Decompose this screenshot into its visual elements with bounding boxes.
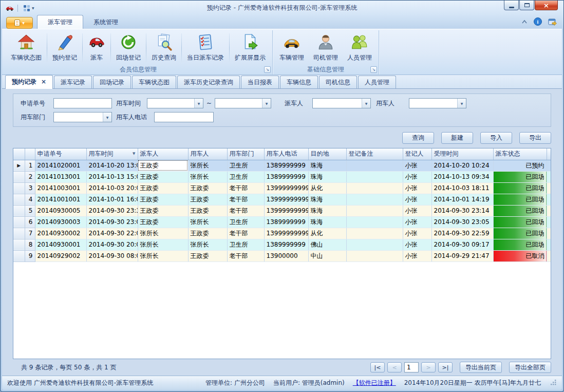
grid-cell-status[interactable]: 已取消	[493, 250, 547, 262]
grid-cell-accept-time[interactable]: 2014-09-30 23:14	[431, 205, 493, 216]
grid-cell-status[interactable]: 已回场	[493, 205, 547, 216]
chevron-down-icon[interactable]: ▼	[362, 99, 370, 108]
grid-cell-destination[interactable]: 珠海	[308, 194, 346, 205]
row-indicator[interactable]	[13, 228, 25, 239]
grid-cell-destination[interactable]: 佛山	[308, 239, 346, 250]
header-use-time[interactable]: 用车时间▼	[86, 148, 138, 160]
prev-page-button[interactable]: <	[387, 362, 402, 372]
grid-cell-remark[interactable]	[346, 194, 403, 205]
table-row[interactable]: 9201409290022014-09-30 08:00张所长王政委老干部139…	[13, 250, 551, 262]
grid-cell-order-no[interactable]: 20141013001	[35, 171, 86, 182]
grid-cell-phone[interactable]: 13999999999	[264, 228, 308, 239]
grid-cell-department[interactable]: 卫生所	[227, 171, 264, 182]
tab-today-report[interactable]: 当日报表	[241, 76, 279, 88]
grid-cell-status[interactable]: 已回场	[493, 228, 547, 239]
row-number[interactable]: 2	[25, 171, 35, 182]
row-indicator[interactable]	[13, 216, 25, 228]
table-row[interactable]: 7201409300022014-09-30 22:00张所长王政委老干部139…	[13, 228, 551, 239]
application-menu-button[interactable]: ▼	[6, 17, 33, 29]
grid-cell-order-no[interactable]: 20140930001	[35, 239, 86, 250]
grid-cell-destination[interactable]: 珠海	[308, 171, 346, 182]
grid-cell-remark[interactable]	[346, 205, 403, 216]
grid-cell-use-time[interactable]: 2014-09-30 23:00	[86, 216, 138, 228]
page-number-input[interactable]	[404, 362, 419, 372]
grid-cell-phone[interactable]: 13900000	[264, 250, 308, 262]
tab-vehicle-status-map[interactable]: 车辆状态图	[132, 76, 176, 88]
header-phone[interactable]: 用车人电话	[264, 148, 308, 160]
grid-cell-status[interactable]: 已回场	[493, 182, 547, 194]
ribbon-button-driver-management[interactable]: 司机管理	[309, 31, 343, 65]
table-row[interactable]: 6201409300032014-09-30 23:00王政委张所长卫生所138…	[13, 216, 551, 228]
grid-cell-department[interactable]: 老干部	[227, 194, 264, 205]
header-destination[interactable]: 目的地	[308, 148, 346, 160]
grid-cell-order-no[interactable]: 20140930003	[35, 216, 86, 228]
request-no-input[interactable]	[53, 98, 112, 108]
grid-cell-use-time[interactable]: 2014-09-30 22:00	[86, 228, 138, 239]
grid-cell-use-time[interactable]: 2014-09-30 08:00	[86, 250, 138, 262]
grid-cell-registrar[interactable]: 小张	[403, 160, 431, 171]
grid-cell-user[interactable]: 王政委	[188, 194, 227, 205]
quick-access-toolbar-button[interactable]: ▼	[21, 4, 36, 13]
ribbon-tab-dispatch[interactable]: 派车管理	[37, 15, 83, 29]
row-indicator[interactable]	[13, 250, 25, 262]
grid-cell-user[interactable]: 王政委	[188, 205, 227, 216]
grid-cell-dispatcher[interactable]: 王政委	[138, 205, 188, 216]
table-row[interactable]: 5201409300052014-09-30 23:30王政委王政委老干部139…	[13, 205, 551, 216]
grid-cell-order-no[interactable]: 20140929002	[35, 250, 86, 262]
grid-cell-destination[interactable]: 珠海	[308, 160, 346, 171]
grid-cell-phone[interactable]: 13999999999	[264, 182, 308, 194]
row-number[interactable]: 6	[25, 216, 35, 228]
grid-cell-order-no[interactable]: 20141001001	[35, 194, 86, 205]
import-button[interactable]: 导入	[480, 132, 512, 144]
close-icon[interactable]: ×	[41, 78, 46, 85]
export-all-pages-button[interactable]: 导出全部页	[509, 362, 551, 373]
grid-cell-use-time[interactable]: 2014-10-01 16:00	[86, 194, 138, 205]
grid-cell-user[interactable]: 张所长	[188, 239, 227, 250]
grid-cell-dispatcher[interactable]: 张所长	[138, 250, 188, 262]
tab-return-records[interactable]: 回场记录	[93, 76, 131, 88]
header-accept-time[interactable]: 受理时间	[431, 148, 493, 160]
grid-cell-registrar[interactable]: 小张	[403, 182, 431, 194]
dialog-launcher-icon[interactable]: ↘	[264, 66, 271, 73]
grid-cell-dispatcher[interactable]: 王政委	[138, 160, 188, 171]
next-page-button[interactable]: >	[421, 362, 436, 372]
row-indicator[interactable]	[13, 205, 25, 216]
grid-cell-dispatcher[interactable]: 王政委	[138, 216, 188, 228]
grid-cell-user[interactable]: 王政委	[188, 182, 227, 194]
grid-cell-destination[interactable]: 中山	[308, 250, 346, 262]
ribbon-tab-system[interactable]: 系统管理	[83, 15, 128, 29]
grid-cell-registrar[interactable]: 小张	[403, 171, 431, 182]
maximize-button[interactable]	[519, 1, 534, 10]
row-indicator[interactable]	[13, 182, 25, 194]
grid-cell-accept-time[interactable]: 2014-10-03 18:11	[431, 182, 493, 194]
ribbon-button-dispatch[interactable]: 派车	[83, 31, 110, 65]
query-button[interactable]: 查询	[402, 132, 434, 144]
grid-cell-dispatcher[interactable]: 张所长	[138, 239, 188, 250]
dialog-launcher-icon[interactable]: ↘	[370, 66, 377, 73]
grid-cell-dispatcher[interactable]: 王政委	[138, 182, 188, 194]
grid-cell-dispatcher[interactable]: 王政委	[138, 194, 188, 205]
grid-cell-registrar[interactable]: 小张	[403, 205, 431, 216]
grid-cell-registrar[interactable]: 小张	[403, 228, 431, 239]
row-indicator[interactable]: ▶	[13, 160, 25, 171]
header-registrar[interactable]: 登记人	[403, 148, 431, 160]
grid-cell-user[interactable]: 张所长	[188, 160, 227, 171]
ribbon-button-vehicle-status-map[interactable]: 车辆状态图	[6, 31, 46, 65]
grid-cell-phone[interactable]: 1389999999	[264, 160, 308, 171]
grid-cell-use-time[interactable]: 2014-10-20 13:00	[86, 160, 138, 171]
grid-cell-accept-time[interactable]: 2014-10-13 09:34	[431, 171, 493, 182]
grid-cell-destination[interactable]: 从化	[308, 182, 346, 194]
header-order-no[interactable]: 申请单号	[35, 148, 86, 160]
grid-cell-dispatcher[interactable]: 张所长	[138, 228, 188, 239]
grid-cell-order-no[interactable]: 20140930002	[35, 228, 86, 239]
grid-cell-remark[interactable]	[346, 171, 403, 182]
row-indicator[interactable]	[13, 194, 25, 205]
table-row[interactable]: 3201410030012014-10-03 20:00王政委王政委老干部139…	[13, 182, 551, 194]
minimize-button[interactable]	[504, 1, 519, 10]
use-time-from-combobox[interactable]: ▼	[147, 98, 203, 108]
grid-cell-registrar[interactable]: 小张	[403, 216, 431, 228]
grid-cell-accept-time[interactable]: 2014-09-30 22:59	[431, 228, 493, 239]
grid-cell-department[interactable]: 卫生所	[227, 160, 264, 171]
table-row[interactable]: ▶1201410200012014-10-20 13:00王政委张所长卫生所13…	[13, 160, 551, 171]
grid-cell-destination[interactable]: 珠海	[308, 205, 346, 216]
